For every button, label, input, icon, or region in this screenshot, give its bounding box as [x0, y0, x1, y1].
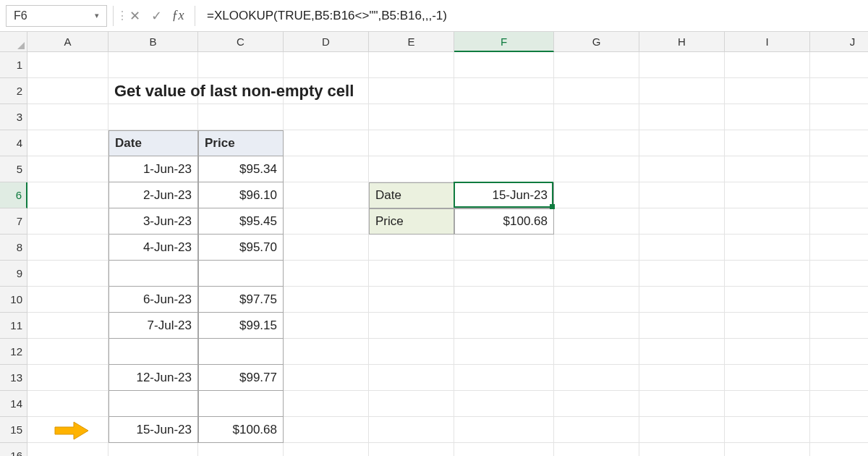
cell[interactable]	[369, 391, 454, 417]
table-cell-price[interactable]: $96.10	[198, 182, 284, 208]
cell[interactable]	[725, 365, 810, 391]
table-cell-date[interactable]: 1-Jun-23	[109, 156, 198, 182]
table-cell-date[interactable]: 3-Jun-23	[109, 208, 198, 235]
cell[interactable]	[369, 313, 454, 339]
cell[interactable]	[369, 261, 454, 287]
cell[interactable]	[725, 417, 810, 443]
formula-input[interactable]: =XLOOKUP(TRUE,B5:B16<>"",B5:B16,,,-1)	[201, 5, 868, 27]
cell[interactable]	[554, 365, 639, 391]
cell[interactable]	[554, 417, 639, 443]
cell[interactable]	[369, 443, 454, 456]
cell[interactable]	[369, 417, 454, 443]
cell[interactable]	[725, 287, 810, 313]
row-header[interactable]: 4	[0, 130, 27, 156]
cell[interactable]	[198, 52, 284, 78]
row-header[interactable]: 14	[0, 391, 27, 417]
cell[interactable]	[639, 287, 725, 313]
cell[interactable]	[454, 52, 554, 78]
cell[interactable]	[454, 391, 554, 417]
row-header[interactable]: 9	[0, 261, 27, 287]
cell[interactable]	[454, 235, 554, 261]
cell[interactable]	[639, 417, 725, 443]
row-header[interactable]: 2	[0, 78, 27, 104]
cell[interactable]	[27, 287, 109, 313]
cell[interactable]	[810, 417, 868, 443]
row-header[interactable]: 11	[0, 313, 27, 339]
cell[interactable]	[198, 104, 284, 130]
cell[interactable]	[810, 156, 868, 182]
cell[interactable]	[27, 208, 109, 235]
cell[interactable]	[725, 104, 810, 130]
cell[interactable]	[454, 287, 554, 313]
row-header[interactable]: 12	[0, 339, 27, 365]
cell[interactable]	[725, 52, 810, 78]
cell[interactable]	[369, 52, 454, 78]
cell[interactable]	[284, 339, 369, 365]
cell[interactable]	[454, 417, 554, 443]
cell[interactable]	[639, 235, 725, 261]
cell[interactable]	[369, 156, 454, 182]
cell[interactable]	[554, 261, 639, 287]
cell[interactable]	[27, 130, 109, 156]
row-header[interactable]: 10	[0, 287, 27, 313]
cell[interactable]	[725, 339, 810, 365]
cell[interactable]	[725, 130, 810, 156]
cell[interactable]	[27, 391, 109, 417]
select-all-corner[interactable]	[0, 32, 27, 52]
cell[interactable]	[369, 365, 454, 391]
cell[interactable]	[554, 287, 639, 313]
table-cell-price[interactable]	[198, 391, 284, 417]
cell[interactable]	[810, 339, 868, 365]
cell[interactable]	[284, 235, 369, 261]
cell[interactable]	[725, 235, 810, 261]
cell[interactable]	[810, 208, 868, 235]
cell[interactable]	[639, 182, 725, 208]
cell[interactable]	[27, 156, 109, 182]
column-header[interactable]: F	[454, 32, 554, 52]
result-value-date[interactable]: 15-Jun-23	[454, 182, 554, 208]
row-header[interactable]: 16	[0, 443, 27, 456]
cell[interactable]	[27, 182, 109, 208]
table-cell-price[interactable]: $95.45	[198, 208, 284, 235]
cell[interactable]	[27, 52, 109, 78]
cell[interactable]	[27, 235, 109, 261]
cell[interactable]	[554, 52, 639, 78]
cell[interactable]	[454, 78, 554, 104]
cell[interactable]	[639, 391, 725, 417]
cell[interactable]	[810, 130, 868, 156]
table-cell-date[interactable]: 12-Jun-23	[109, 365, 198, 391]
cell[interactable]	[454, 443, 554, 456]
cell[interactable]	[639, 313, 725, 339]
cell[interactable]	[639, 130, 725, 156]
cell[interactable]	[810, 235, 868, 261]
confirm-icon[interactable]: ✓	[145, 5, 167, 27]
cell[interactable]	[725, 208, 810, 235]
cell[interactable]	[454, 365, 554, 391]
cell[interactable]	[810, 78, 868, 104]
row-header[interactable]: 15	[0, 417, 27, 443]
table-cell-price[interactable]: $95.34	[198, 156, 284, 182]
table-cell-price[interactable]: $99.77	[198, 365, 284, 391]
cell[interactable]	[284, 261, 369, 287]
cell[interactable]	[810, 287, 868, 313]
cell[interactable]	[639, 104, 725, 130]
cell[interactable]	[725, 443, 810, 456]
table-cell-date[interactable]: 4-Jun-23	[109, 235, 198, 261]
table-cell-date[interactable]: 15-Jun-23	[109, 417, 198, 443]
cell[interactable]	[27, 78, 109, 104]
column-header[interactable]: B	[109, 32, 198, 52]
cell[interactable]	[554, 156, 639, 182]
column-header[interactable]: A	[27, 32, 109, 52]
result-value-price[interactable]: $100.68	[454, 208, 554, 235]
cell[interactable]	[639, 339, 725, 365]
fx-icon[interactable]: ƒx	[167, 5, 189, 27]
cell[interactable]	[810, 52, 868, 78]
cell[interactable]	[284, 182, 369, 208]
cell[interactable]	[639, 443, 725, 456]
cell[interactable]	[369, 104, 454, 130]
cell[interactable]	[725, 156, 810, 182]
spreadsheet-grid[interactable]: ABCDEFGHIJ12345678910111213141516Get val…	[0, 32, 868, 456]
row-header[interactable]: 5	[0, 156, 27, 182]
cell[interactable]	[639, 78, 725, 104]
column-header[interactable]: J	[810, 32, 868, 52]
